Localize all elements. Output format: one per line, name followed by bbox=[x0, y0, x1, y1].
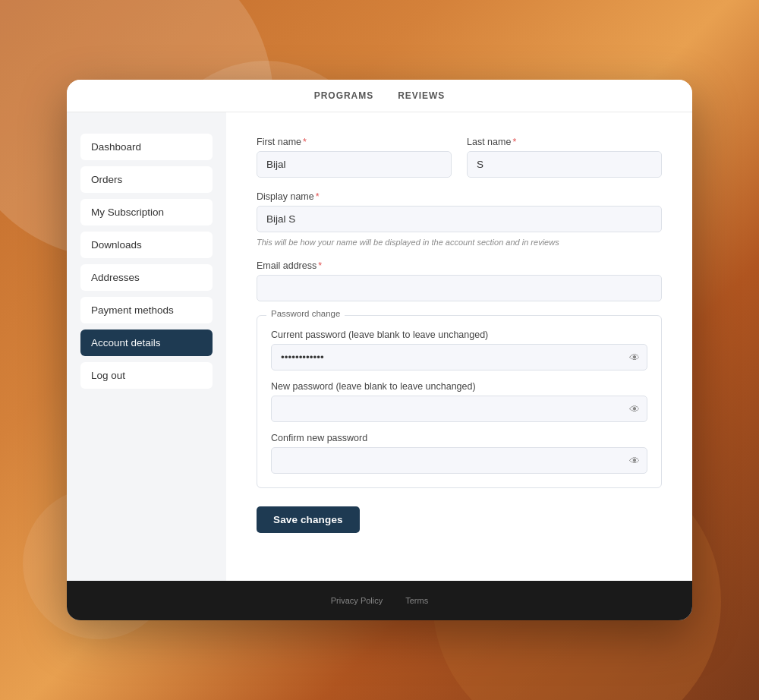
sidebar-item-payment-methods[interactable]: Payment methods bbox=[80, 297, 213, 323]
sidebar-item-log-out[interactable]: Log out bbox=[80, 362, 213, 389]
save-changes-button[interactable]: Save changes bbox=[257, 506, 360, 533]
last-name-input[interactable] bbox=[467, 151, 662, 178]
email-required: * bbox=[318, 260, 322, 271]
password-section-legend: Password change bbox=[266, 309, 345, 318]
current-password-label: Current password (leave blank to leave u… bbox=[271, 330, 647, 340]
main-window: PROGRAMS REVIEWS Dashboard Orders My Sub… bbox=[67, 80, 692, 620]
email-label: Email address* bbox=[257, 260, 662, 271]
new-password-label: New password (leave blank to leave uncha… bbox=[271, 381, 647, 392]
nav-programs[interactable]: PROGRAMS bbox=[314, 90, 373, 101]
name-row: First name* Last name* bbox=[257, 137, 662, 178]
account-details-form: First name* Last name* Display name* bbox=[226, 112, 692, 581]
display-name-group: Display name* This will be how your name… bbox=[257, 191, 662, 247]
last-name-group: Last name* bbox=[467, 137, 662, 178]
footer-terms[interactable]: Terms bbox=[405, 596, 428, 605]
confirm-password-wrap: 👁 bbox=[271, 447, 647, 474]
current-password-eye-icon[interactable]: 👁 bbox=[629, 352, 640, 364]
sidebar: Dashboard Orders My Subscription Downloa… bbox=[67, 112, 226, 581]
sidebar-item-orders[interactable]: Orders bbox=[80, 166, 213, 193]
email-group: Email address* bbox=[257, 260, 662, 301]
display-name-input[interactable] bbox=[257, 206, 662, 232]
footer-privacy[interactable]: Privacy Policy bbox=[331, 596, 383, 605]
current-password-input[interactable] bbox=[271, 344, 647, 370]
new-password-eye-icon[interactable]: 👁 bbox=[629, 403, 640, 415]
confirm-password-label: Confirm new password bbox=[271, 433, 647, 443]
first-name-label: First name* bbox=[257, 137, 452, 147]
new-password-group: New password (leave blank to leave uncha… bbox=[271, 381, 647, 422]
confirm-password-input[interactable] bbox=[271, 447, 647, 474]
sidebar-item-my-subscription[interactable]: My Subscription bbox=[80, 199, 213, 225]
sidebar-item-addresses[interactable]: Addresses bbox=[80, 264, 213, 291]
nav-reviews[interactable]: REVIEWS bbox=[398, 90, 445, 101]
sidebar-item-downloads[interactable]: Downloads bbox=[80, 232, 213, 258]
new-password-input[interactable] bbox=[271, 396, 647, 422]
first-name-input[interactable] bbox=[257, 151, 452, 178]
sidebar-item-dashboard[interactable]: Dashboard bbox=[80, 134, 213, 160]
display-name-row: Display name* This will be how your name… bbox=[257, 191, 662, 247]
content-area: Dashboard Orders My Subscription Downloa… bbox=[67, 112, 692, 581]
display-name-label: Display name* bbox=[257, 191, 662, 202]
password-section: Password change Current password (leave … bbox=[257, 315, 662, 488]
email-row: Email address* bbox=[257, 260, 662, 301]
confirm-password-eye-icon[interactable]: 👁 bbox=[629, 455, 640, 467]
confirm-password-group: Confirm new password 👁 bbox=[271, 433, 647, 474]
display-name-hint: This will be how your name will be displ… bbox=[257, 238, 662, 247]
top-nav: PROGRAMS REVIEWS bbox=[67, 80, 692, 112]
current-password-group: Current password (leave blank to leave u… bbox=[271, 330, 647, 370]
footer-bar: Privacy Policy Terms bbox=[67, 581, 692, 620]
last-name-label: Last name* bbox=[467, 137, 662, 147]
first-name-group: First name* bbox=[257, 137, 452, 178]
display-name-required: * bbox=[316, 191, 320, 202]
email-input[interactable] bbox=[257, 275, 662, 301]
current-password-wrap: 👁 bbox=[271, 344, 647, 370]
sidebar-item-account-details[interactable]: Account details bbox=[80, 330, 213, 356]
new-password-wrap: 👁 bbox=[271, 396, 647, 422]
first-name-required: * bbox=[303, 137, 307, 147]
last-name-required: * bbox=[512, 137, 516, 147]
